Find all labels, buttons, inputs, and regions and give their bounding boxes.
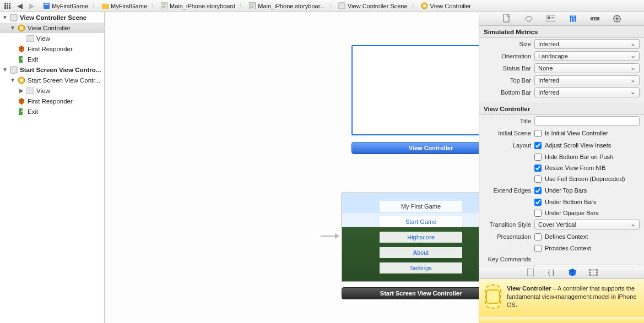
field-label-topbar: Top Bar	[484, 77, 531, 84]
outline-row[interactable]: View	[0, 33, 104, 43]
attributes-inspector-icon[interactable]	[568, 14, 578, 24]
popup-topbar[interactable]: Inferred	[534, 75, 640, 85]
popup-statusbar[interactable]: None	[534, 63, 640, 73]
outline-row[interactable]: ▶View	[0, 85, 104, 96]
outline-row[interactable]: ▼View Controller Scene	[0, 12, 104, 23]
crumb-label: View Controller Scene	[348, 3, 408, 9]
disclosure-triangle-icon[interactable]: ▶	[19, 87, 24, 94]
outline-row[interactable]: ▼Start Screen View Contro...	[0, 64, 104, 75]
outline-row-label: View Controller	[28, 25, 71, 31]
svg-rect-13	[162, 6, 166, 7]
outline-row[interactable]: First Responder	[0, 43, 104, 54]
viewcontroller-icon	[17, 24, 26, 32]
popup-size[interactable]: Inferred	[534, 39, 640, 49]
svg-point-21	[423, 4, 426, 7]
checkbox-under-top[interactable]	[534, 187, 542, 194]
crumb-storyboard-2[interactable]: Main_iPhone.storyboar...	[247, 2, 327, 10]
menu-button-start[interactable]: Start Game	[380, 216, 462, 227]
outline-row[interactable]: Exit	[0, 54, 104, 64]
outline-row-label: Start Screen View Contro...	[20, 67, 101, 73]
disclosure-triangle-icon[interactable]: ▼	[10, 25, 15, 31]
outline-row-label: View	[36, 87, 50, 94]
outline-row[interactable]: First Responder	[0, 96, 104, 106]
document-outline[interactable]: ▼View Controller Scene▼View ControllerVi…	[0, 12, 105, 323]
scene-dock-label: View Controller	[409, 145, 453, 151]
svg-rect-55	[589, 272, 591, 273]
checkbox-under-opaque[interactable]	[534, 210, 542, 217]
related-items-icon[interactable]	[2, 2, 13, 10]
checkbox-resize-nib[interactable]	[534, 165, 542, 172]
scene-dock-start-screen[interactable]: Start Screen View Controller	[342, 287, 479, 299]
checkbox-full-screen[interactable]	[534, 176, 542, 183]
menu-button-highscore[interactable]: Highscore	[380, 232, 462, 243]
chevron-icon: 〉	[328, 2, 335, 10]
checkbox-label: Hide Bottom Bar on Push	[545, 154, 613, 160]
connections-inspector-icon[interactable]	[612, 14, 622, 24]
crumb-scene[interactable]: View Controller Scene	[337, 2, 409, 10]
file-template-library-icon[interactable]	[526, 267, 535, 277]
popup-bottombar[interactable]: Inferred	[534, 87, 640, 97]
checkbox-under-bottom[interactable]	[534, 199, 542, 206]
scene-view-controller[interactable]	[351, 45, 479, 135]
svg-rect-8	[9, 7, 10, 9]
outline-row[interactable]: ▼View Controller	[0, 23, 104, 33]
outline-row[interactable]: ▼Start Screen View Contr...	[0, 75, 104, 85]
menu-button-about[interactable]: About	[380, 247, 462, 258]
view-icon	[26, 86, 35, 95]
forward-button[interactable]: ▶	[26, 2, 37, 10]
media-library-icon[interactable]	[588, 267, 598, 277]
svg-rect-38	[551, 19, 554, 19]
checkbox-defines-context[interactable]	[534, 233, 542, 240]
viewcontroller-icon	[17, 76, 26, 85]
exit-icon	[17, 55, 26, 64]
checkbox-label: Resize View From NIB	[545, 165, 605, 171]
svg-rect-6	[4, 7, 6, 9]
svg-rect-52	[527, 269, 534, 276]
svg-rect-56	[589, 274, 591, 275]
quickhelp-inspector-icon[interactable]	[524, 14, 534, 24]
textfield-title[interactable]	[534, 116, 640, 126]
library-item-next[interactable]	[479, 316, 644, 323]
svg-rect-58	[596, 272, 597, 273]
checkbox-label: Defines Context	[545, 233, 588, 240]
popup-orientation[interactable]: Landscape	[534, 51, 640, 61]
field-label-presentation: Presentation	[484, 233, 531, 240]
svg-rect-17	[251, 6, 255, 7]
identity-inspector-icon[interactable]	[546, 14, 556, 24]
scene-dock-view-controller[interactable]: View Controller	[351, 142, 479, 154]
checkbox-hide-bottom[interactable]	[534, 154, 542, 161]
size-inspector-icon[interactable]	[590, 14, 600, 24]
scene-dock-label: Start Screen View Controller	[380, 290, 462, 297]
crumb-project[interactable]: MyFirstGame	[41, 2, 90, 10]
svg-point-51	[616, 18, 618, 20]
crumb-folder[interactable]: MyFirstGame	[100, 2, 149, 10]
outline-row[interactable]: Exit	[0, 106, 104, 117]
crumb-storyboard[interactable]: Main_iPhone.storyboard	[159, 2, 237, 10]
svg-marker-33	[335, 233, 339, 239]
popup-transition[interactable]: Cover Vertical	[534, 220, 640, 229]
svg-rect-49	[597, 18, 597, 20]
library-tabs: { }	[479, 266, 644, 279]
disclosure-triangle-icon[interactable]: ▼	[2, 67, 8, 73]
library-item-viewcontroller[interactable]: View Controller – A controller that supp…	[479, 279, 644, 316]
field-label-bottombar: Bottom Bar	[484, 89, 531, 96]
back-button[interactable]: ◀	[14, 2, 25, 10]
scene-start-screen[interactable]: My First Game Start Game Highscore About…	[342, 193, 479, 282]
project-icon	[42, 2, 50, 10]
checkbox-initial[interactable]	[534, 130, 542, 137]
object-library-icon[interactable]	[567, 267, 577, 277]
menu-button-settings[interactable]: Settings	[380, 262, 462, 273]
crumb-viewcontroller[interactable]: View Controller	[419, 2, 473, 10]
checkbox-provides-context[interactable]	[534, 245, 542, 252]
field-label-size: Size	[484, 41, 531, 47]
disclosure-triangle-icon[interactable]: ▼	[10, 77, 15, 83]
file-inspector-icon[interactable]	[502, 14, 512, 24]
disclosure-triangle-icon[interactable]: ▼	[2, 14, 8, 20]
field-label-keycommands: Key Commands	[484, 256, 531, 262]
checkbox-adjust-insets[interactable]	[534, 142, 542, 149]
code-snippet-library-icon[interactable]: { }	[546, 267, 556, 277]
storyboard-canvas[interactable]: View Controller My First Game Start Game…	[105, 12, 479, 323]
svg-rect-46	[592, 18, 592, 20]
firstresponder-icon	[17, 97, 26, 106]
svg-point-42	[570, 16, 572, 18]
